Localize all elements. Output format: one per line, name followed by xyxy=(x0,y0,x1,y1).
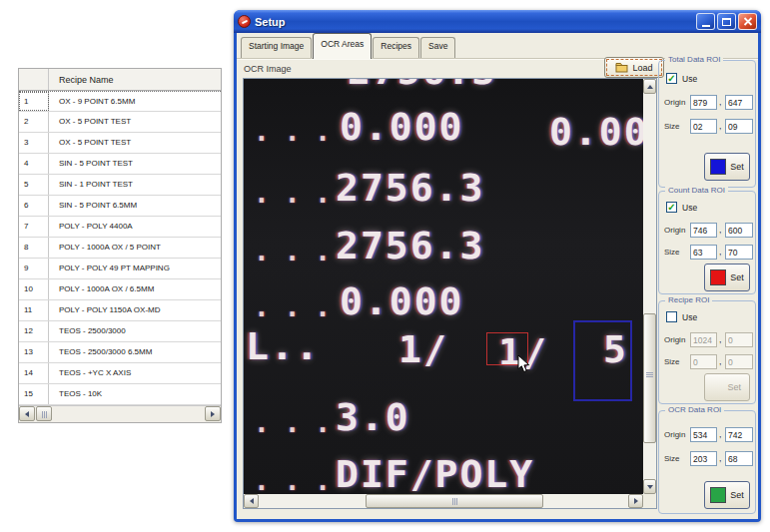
set-button-label: Set xyxy=(730,162,744,172)
roi-color-swatch xyxy=(710,159,726,175)
origin-x-field xyxy=(690,332,717,347)
title-bar[interactable]: Setup xyxy=(234,10,761,33)
tab-starting-image[interactable]: Starting Image xyxy=(241,37,312,58)
scrollbar-thumb[interactable] xyxy=(36,406,52,421)
table-row[interactable]: 10 POLY - 1000A OX / 6.5MM xyxy=(19,279,221,300)
roi-color-swatch xyxy=(710,487,726,503)
ocr-screen-text: DIF/POLY xyxy=(336,452,534,494)
use-checkbox[interactable] xyxy=(666,73,677,84)
size-w-field[interactable] xyxy=(690,119,717,134)
count-data-roi-group: Count Data ROI Use Origin Size xyxy=(658,191,756,294)
comma-separator xyxy=(719,225,722,235)
ocr-screen-text: 1/ xyxy=(398,327,448,371)
set-button[interactable]: Set xyxy=(704,264,750,291)
size-w-field xyxy=(690,354,717,369)
scroll-right-button[interactable] xyxy=(628,494,643,508)
set-button[interactable]: Set xyxy=(704,153,750,181)
tab-ocr-areas[interactable]: OCR Areas xyxy=(313,33,372,59)
size-h-field[interactable] xyxy=(725,119,753,134)
table-row[interactable]: 11 POLY - POLY 1150A OX-MD xyxy=(19,300,221,321)
tab-recipes[interactable]: Recipes xyxy=(373,37,419,58)
table-row[interactable]: 7 POLY - POLY 4400A xyxy=(19,217,221,238)
recipe-roi-group: Recipe ROI Use Origin Size xyxy=(658,300,756,404)
ocr-screen-dots: ... xyxy=(254,117,346,147)
table-row[interactable]: 5 SIN - 1 POINT TEST xyxy=(19,175,221,196)
table-row[interactable]: 2 OX - 5 POINT TEST xyxy=(19,112,221,133)
origin-y-field[interactable] xyxy=(725,427,753,442)
roi-color-swatch xyxy=(710,269,726,285)
grip-icon xyxy=(452,498,457,505)
table-row[interactable]: 14 TEOS - +YC X AXIS xyxy=(19,363,221,384)
ocr-screen-dots: ... xyxy=(254,179,346,209)
table-row[interactable]: 15 TEOS - 10K xyxy=(19,384,221,405)
group-title: OCR Data ROI xyxy=(665,405,724,414)
ocr-screen-text: 0.000 xyxy=(549,110,643,154)
size-label: Size xyxy=(664,454,680,463)
recipe-name-header: Recipe Name xyxy=(49,69,221,90)
origin-x-field[interactable] xyxy=(690,427,717,442)
horizontal-scrollbar[interactable] xyxy=(244,494,643,508)
comma-separator xyxy=(719,453,722,463)
origin-label: Origin xyxy=(664,98,685,107)
vertical-scrollbar[interactable] xyxy=(643,79,656,494)
table-row[interactable]: 12 TEOS - 2500/3000 xyxy=(19,321,221,342)
recipe-table: Recipe Name 1 OX - 9 POINT 6.5MM 2 OX - … xyxy=(18,68,222,423)
origin-x-field[interactable] xyxy=(690,223,717,238)
screenshot-canvas: Recipe Name 1 OX - 9 POINT 6.5MM 2 OX - … xyxy=(0,0,770,532)
grip-icon xyxy=(42,411,47,418)
ocr-screen-text: 0.000 xyxy=(340,279,463,323)
blue-roi-box[interactable] xyxy=(573,320,632,401)
size-w-field[interactable] xyxy=(690,451,717,466)
table-horizontal-scrollbar[interactable] xyxy=(19,405,221,422)
ocr-screen-text: 2756.3 xyxy=(336,166,484,210)
setup-icon xyxy=(238,15,251,28)
tab-save[interactable]: Save xyxy=(420,37,455,58)
arrow-left-icon xyxy=(250,498,254,504)
table-row[interactable]: 8 POLY - 1000A OX / 5 POINT xyxy=(19,238,221,259)
table-row[interactable]: 13 TEOS - 2500/3000 6.5MM xyxy=(19,342,221,363)
origin-y-field[interactable] xyxy=(725,223,753,238)
window-title: Setup xyxy=(255,16,286,28)
origin-y-field[interactable] xyxy=(725,95,753,110)
set-button-label: Set xyxy=(730,490,744,500)
ocr-image-viewport[interactable]: 2756.3 ... 0.000 0.000 ... 2756.3 ... 27… xyxy=(244,79,643,494)
table-row[interactable]: 4 SIN - 5 POINT TEST xyxy=(19,154,221,175)
table-row[interactable]: 6 SIN - 5 POINT 6.5MM xyxy=(19,196,221,217)
use-checkbox[interactable] xyxy=(666,202,677,213)
scrollbar-thumb[interactable] xyxy=(366,494,543,508)
ocr-image-panel: 2756.3 ... 0.000 0.000 ... 2756.3 ... 27… xyxy=(243,78,657,509)
setup-window: Setup Starting Image OCR Areas Recipes S… xyxy=(234,10,761,522)
maximize-button[interactable] xyxy=(717,13,736,30)
set-button: Set xyxy=(704,373,750,401)
comma-separator xyxy=(719,97,722,107)
arrow-right-icon xyxy=(211,411,215,417)
size-h-field[interactable] xyxy=(725,451,753,466)
use-checkbox[interactable] xyxy=(666,311,677,322)
scroll-left-button[interactable] xyxy=(244,494,259,508)
scroll-up-button[interactable] xyxy=(643,79,656,94)
load-button[interactable]: Load xyxy=(604,57,664,78)
table-row[interactable]: 3 OX - 5 POINT TEST xyxy=(19,133,221,154)
comma-separator xyxy=(719,247,722,257)
scroll-right-button[interactable] xyxy=(205,406,221,421)
use-label: Use xyxy=(682,203,697,213)
scroll-left-button[interactable] xyxy=(19,406,35,421)
close-button[interactable] xyxy=(738,13,757,30)
table-row[interactable]: 9 POLY - POLY 49 PT MAPPING xyxy=(19,259,221,279)
ocr-data-roi-group: OCR Data ROI Origin Size Set xyxy=(658,410,756,514)
size-h-field[interactable] xyxy=(725,245,753,260)
maximize-icon xyxy=(722,18,731,26)
scrollbar-thumb[interactable] xyxy=(643,313,656,443)
ocr-screen-dots: ... xyxy=(254,466,346,494)
total-data-roi-group: Total Data ROI Use Origin Size xyxy=(658,60,756,188)
tab-bar: Starting Image OCR Areas Recipes Save xyxy=(241,36,456,58)
size-w-field[interactable] xyxy=(690,245,717,260)
ocr-screen-dots: ... xyxy=(254,408,346,438)
origin-x-field[interactable] xyxy=(690,95,717,110)
minimize-icon xyxy=(702,22,710,27)
scroll-down-button[interactable] xyxy=(643,479,656,494)
table-row[interactable]: 1 OX - 9 POINT 6.5MM xyxy=(19,91,221,112)
group-title: Total Data ROI xyxy=(665,55,723,64)
minimize-button[interactable] xyxy=(696,13,715,30)
set-button[interactable]: Set xyxy=(704,481,750,509)
